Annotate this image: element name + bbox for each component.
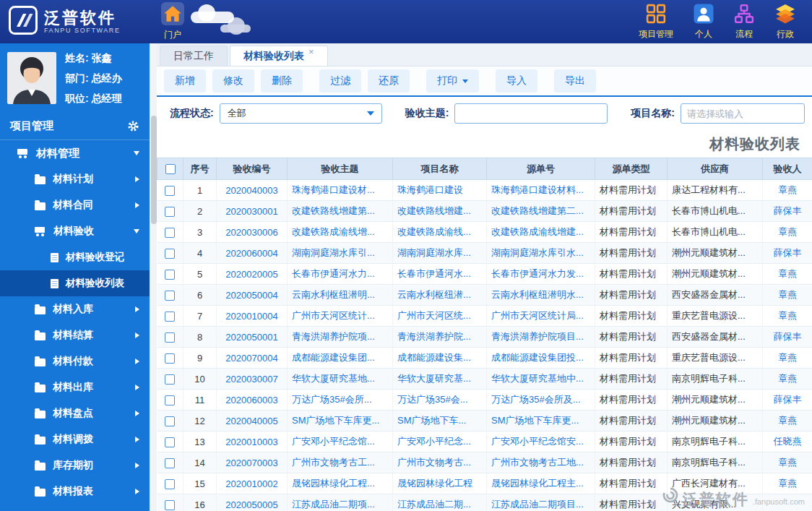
table-row[interactable]: 132020010003广安邓小平纪念馆...广安邓小平纪念...广安邓小平纪念…: [157, 431, 812, 452]
table-row[interactable]: 72020010004广州市天河区统计...广州市天河区统...广州市天河区统计…: [157, 306, 812, 327]
cell-project-link[interactable]: 江苏成品油二期...: [397, 499, 471, 510]
cell-source-link[interactable]: 珠海鹤港口建设材料...: [491, 184, 584, 195]
cell-subject-link[interactable]: SM广场地下车库更...: [292, 415, 379, 426]
subject-input[interactable]: [454, 103, 608, 124]
cell-source-link[interactable]: 华软大厦研究基地中...: [491, 373, 584, 384]
cell-subject-link[interactable]: 广安邓小平纪念馆...: [292, 436, 375, 447]
vertical-scrollbar[interactable]: [150, 43, 157, 511]
nav-workflow[interactable]: 流程: [734, 4, 754, 40]
project-input[interactable]: [681, 103, 805, 124]
sidebar-item-inventory-opening[interactable]: 库存期初: [0, 452, 150, 478]
cell-project-link[interactable]: 成都能源建设集...: [397, 352, 471, 363]
cell-code-link[interactable]: 2020070003: [225, 458, 277, 468]
add-button[interactable]: 新增: [164, 69, 206, 93]
table-row[interactable]: 82020050001青海洪湖养护院项...青海洪湖养护院...青海洪湖养护院项…: [157, 327, 812, 348]
cell-source-link[interactable]: 晟铭园林绿化工程主...: [491, 478, 584, 489]
cell-inspector-link[interactable]: 章燕: [778, 457, 797, 468]
cell-inspector-link[interactable]: 任晓燕: [774, 436, 802, 447]
cell-source-link[interactable]: 广州市文物考古工地...: [491, 457, 584, 468]
sidebar-item-material-transfer[interactable]: 材料调拨: [0, 426, 150, 452]
cell-project-link[interactable]: 长春市伊通河水...: [397, 268, 471, 279]
table-row[interactable]: 112020060003万达广场35#会所...万达广场35#会...万达广场3…: [157, 390, 812, 411]
row-checkbox[interactable]: [165, 332, 175, 343]
table-row[interactable]: 22020030001改建铁路线增建第...改建铁路线增建...改建铁路线增建第…: [157, 201, 812, 222]
select-all-checkbox[interactable]: [165, 164, 176, 174]
cell-source-link[interactable]: 云南水利枢纽潜明水...: [491, 289, 584, 300]
row-checkbox[interactable]: [165, 479, 175, 489]
cell-source-link[interactable]: 湖南洞庭湖水库引水...: [491, 247, 584, 258]
cell-code-link[interactable]: 2020030001: [225, 206, 277, 217]
import-button[interactable]: 导入: [496, 69, 537, 93]
nav-administration[interactable]: 行政: [774, 4, 796, 40]
row-checkbox[interactable]: [165, 458, 175, 468]
nav-project-management[interactable]: 项目管理: [639, 4, 673, 40]
cell-project-link[interactable]: 华软大厦研究基...: [397, 373, 471, 384]
table-row[interactable]: 42020060004湖南洞庭湖水库引...湖南洞庭湖水库...湖南洞庭湖水库引…: [157, 243, 812, 264]
cell-source-link[interactable]: 江苏成品油二期项目...: [491, 499, 584, 510]
cell-subject-link[interactable]: 改建铁路线增建第...: [292, 205, 375, 216]
row-checkbox[interactable]: [165, 437, 175, 447]
table-row[interactable]: 92020070004成都能源建设集团...成都能源建设集...成都能源建设集团…: [157, 348, 812, 369]
cell-project-link[interactable]: 改建铁路线增建...: [397, 205, 471, 216]
cell-code-link[interactable]: 2020050005: [225, 499, 277, 510]
row-checkbox[interactable]: [165, 353, 175, 364]
cell-inspector-link[interactable]: 薛保丰: [774, 247, 802, 258]
cell-inspector-link[interactable]: 章燕: [778, 184, 797, 195]
cell-code-link[interactable]: 2020020005: [225, 269, 277, 280]
cell-subject-link[interactable]: 改建铁路成渝线增...: [292, 226, 375, 237]
cell-subject-link[interactable]: 江苏成品油二期项...: [292, 499, 375, 510]
cell-inspector-link[interactable]: 章燕: [778, 415, 797, 426]
cell-project-link[interactable]: 万达广场35#会...: [397, 394, 468, 405]
cell-source-link[interactable]: 成都能源建设集团投...: [491, 352, 584, 363]
cell-code-link[interactable]: 2020010004: [225, 311, 277, 322]
sidebar-item-material-report[interactable]: 材料报表: [0, 478, 150, 504]
sidebar-item-material-acceptance-register[interactable]: 材料验收登记: [0, 244, 150, 270]
row-checkbox[interactable]: [165, 207, 175, 217]
cell-subject-link[interactable]: 云南水利枢纽潜明...: [292, 289, 375, 300]
cell-code-link[interactable]: 2020050001: [225, 332, 277, 343]
cell-source-link[interactable]: 广州市天河区统计局...: [491, 310, 584, 321]
sidebar-item-material-outbound[interactable]: 材料出库: [0, 374, 150, 400]
close-icon[interactable]: ×: [308, 46, 314, 57]
cell-source-link[interactable]: 改建铁路成渝线增建...: [491, 226, 584, 237]
tab-daily-work[interactable]: 日常工作: [160, 46, 228, 66]
table-row[interactable]: 62020050004云南水利枢纽潜明...云南水利枢纽潜...云南水利枢纽潜明…: [157, 285, 812, 306]
row-checkbox[interactable]: [165, 416, 175, 426]
cell-subject-link[interactable]: 华软大厦研究基地...: [292, 373, 375, 384]
cell-code-link[interactable]: 2020040003: [225, 185, 277, 196]
cell-code-link[interactable]: 2020060004: [225, 248, 277, 259]
filter-button[interactable]: 过滤: [319, 69, 361, 93]
export-button[interactable]: 导出: [554, 69, 596, 93]
cell-subject-link[interactable]: 成都能源建设集团...: [292, 352, 375, 363]
cell-project-link[interactable]: 广州市文物考古...: [397, 457, 471, 468]
cell-project-link[interactable]: 青海洪湖养护院...: [397, 331, 471, 342]
delete-button[interactable]: 删除: [261, 69, 303, 93]
row-checkbox[interactable]: [165, 186, 175, 196]
cell-subject-link[interactable]: 青海洪湖养护院项...: [292, 331, 375, 342]
cell-code-link[interactable]: 2020050004: [225, 290, 277, 301]
table-row[interactable]: 32020030006改建铁路成渝线增...改建铁路成渝线...改建铁路成渝线增…: [157, 222, 812, 243]
table-row[interactable]: 12020040003珠海鹤港口建设材...珠海鹤港口建设珠海鹤港口建设材料..…: [157, 180, 812, 201]
print-button[interactable]: 打印: [426, 69, 479, 93]
row-checkbox[interactable]: [165, 312, 175, 322]
cell-subject-link[interactable]: 珠海鹤港口建设材...: [292, 184, 375, 195]
cell-source-link[interactable]: 万达广场35#会所及...: [491, 394, 581, 405]
cell-inspector-link[interactable]: 章燕: [778, 373, 797, 384]
sidebar-item-material-payment[interactable]: 材料付款: [0, 348, 150, 374]
cell-source-link[interactable]: 青海洪湖养护院项目...: [491, 331, 584, 342]
cell-code-link[interactable]: 2020010002: [225, 478, 277, 489]
cell-subject-link[interactable]: 万达广场35#会所...: [292, 394, 372, 405]
row-checkbox[interactable]: [165, 249, 175, 259]
status-select[interactable]: 全部: [220, 103, 382, 124]
cell-project-link[interactable]: 广州市天河区统...: [397, 310, 471, 321]
cell-subject-link[interactable]: 广州市天河区统计...: [292, 310, 375, 321]
sidebar-item-material-contract[interactable]: 材料合同: [0, 192, 150, 218]
portal-button[interactable]: 门户: [161, 2, 184, 41]
table-row[interactable]: 102020030007华软大厦研究基地...华软大厦研究基...华软大厦研究基…: [157, 369, 812, 390]
row-checkbox[interactable]: [165, 395, 175, 405]
cell-source-link[interactable]: 长春市伊通河水力发...: [491, 268, 584, 279]
sidebar-item-material-plan[interactable]: 材料计划: [0, 166, 150, 192]
cell-project-link[interactable]: SM广场地下车...: [397, 415, 466, 426]
cell-inspector-link[interactable]: 章燕: [778, 268, 797, 279]
cell-source-link[interactable]: SM广场地下车库更...: [491, 415, 579, 426]
